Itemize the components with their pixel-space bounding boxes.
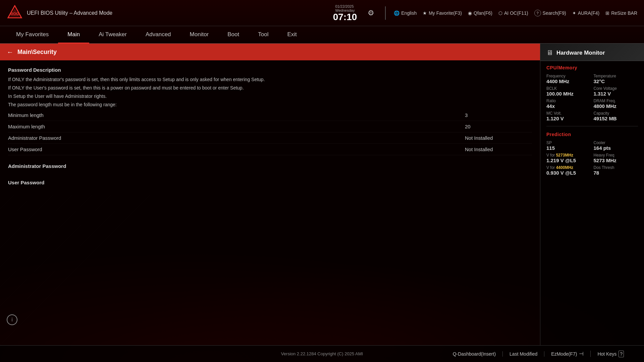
heavy-freq-value: 5273 MHz <box>594 158 638 163</box>
max-length-label: Maximum length <box>8 124 465 129</box>
min-length-value: 3 <box>465 112 532 118</box>
cooler-label: Cooler <box>594 140 638 145</box>
back-button[interactable]: ← <box>7 48 13 56</box>
aioc-icon: ⬡ <box>498 10 502 16</box>
hotkeys-label: Hot Keys <box>597 351 616 357</box>
ezmode-icon: ⊣ <box>579 351 584 357</box>
monitor-icon: 🖥 <box>546 49 553 57</box>
user-password-value: Not Installed <box>465 146 532 152</box>
toolbar-search-label: Search(F9) <box>543 10 566 16</box>
content-area: ← Main\Security Password Description If … <box>0 44 540 345</box>
core-voltage-label: Core Voltage <box>594 86 638 91</box>
desc-user-password: If ONLY the User's password is set, then… <box>8 84 532 92</box>
footer-right: Q-Dashboard(Insert) Last Modified EzMode… <box>446 351 631 357</box>
frequency-label: Frequency <box>546 74 591 78</box>
breadcrumb: Main\Security <box>17 49 57 56</box>
temperature-value: 32°C <box>594 78 638 84</box>
ezmode-label: EzMode(F7) <box>551 351 577 357</box>
app-title: UEFI BIOS Utility – Advanced Mode <box>27 10 112 16</box>
sp-item: SP 115 <box>546 140 591 151</box>
v4400-freq: 4400MHz <box>556 165 573 170</box>
top-bar-right: 01/22/2025Wednesday 07:10 ⚙ 🌐 English ★ … <box>333 4 637 22</box>
toolbar-aioc[interactable]: ⬡ AI OC(F11) <box>498 10 528 16</box>
logo: ROG UEFI BIOS Utility – Advanced Mode <box>7 5 112 21</box>
set-user-password-action[interactable]: User Password <box>8 177 532 188</box>
set-admin-password-action[interactable]: Administrator Password <box>8 161 532 172</box>
main-wrapper: ← Main\Security Password Description If … <box>0 44 644 345</box>
user-password-row: User Password Not Installed <box>8 144 532 155</box>
max-length-value: 20 <box>465 124 532 129</box>
nav-main[interactable]: Main <box>58 26 89 44</box>
admin-password-row: Administrator Password Not Installed <box>8 132 532 144</box>
hotkeys-button[interactable]: Hot Keys ? <box>591 351 631 357</box>
favorite-icon: ★ <box>423 10 427 16</box>
toolbar-aioc-label: AI OC(F11) <box>504 10 528 16</box>
nav-monitor[interactable]: Monitor <box>180 26 218 44</box>
desc-admin-rights: In Setup the User will have Administrato… <box>8 93 532 100</box>
section-title: Password Description <box>8 67 532 73</box>
search-icon: ? <box>534 10 541 16</box>
dram-freq-item: DRAM Freq. 4800 MHz <box>594 99 638 109</box>
toolbar-divider <box>385 6 386 20</box>
mc-volt-item: MC Volt. 1.120 V <box>546 111 591 121</box>
nav-advanced[interactable]: Advanced <box>136 26 180 44</box>
toolbar-aura[interactable]: ✦ AURA(F4) <box>572 10 600 16</box>
cpu-memory-grid: Frequency 4400 MHz Temperature 32°C BCLK… <box>540 72 644 125</box>
toolbar-english[interactable]: 🌐 English <box>394 10 417 16</box>
toolbar-aura-label: AURA(F4) <box>578 10 600 16</box>
prediction-title: Prediction <box>540 128 644 139</box>
last-modified-button[interactable]: Last Modified <box>503 351 544 357</box>
toolbar-search[interactable]: ? Search(F9) <box>534 10 566 16</box>
toolbar-resizebar-label: ReSize BAR <box>611 10 637 16</box>
dos-thresh-value: 78 <box>594 170 638 176</box>
qdashboard-button[interactable]: Q-Dashboard(Insert) <box>446 351 503 357</box>
header: ROG UEFI BIOS Utility – Advanced Mode 01… <box>0 0 644 44</box>
capacity-label: Capacity <box>594 111 638 116</box>
capacity-value: 49152 MB <box>594 116 638 121</box>
svg-text:ROG: ROG <box>10 12 19 16</box>
hw-divider-1 <box>546 126 638 126</box>
bclk-label: BCLK <box>546 86 591 91</box>
aura-icon: ✦ <box>572 10 576 16</box>
desc-admin-password: If ONLY the Administrator's password is … <box>8 76 532 83</box>
toolbar-resizebar[interactable]: ⊞ ReSize BAR <box>605 10 637 16</box>
sp-value: 115 <box>546 145 591 151</box>
cooler-value: 164 pts <box>594 145 638 151</box>
toolbar-qfan[interactable]: ◉ Qfan(F6) <box>468 10 492 16</box>
temperature-label: Temperature <box>594 74 638 78</box>
gear-icon: ⚙ <box>368 9 374 17</box>
v4400-value: 0.930 V @L5 <box>546 170 591 176</box>
toolbar-qfan-label: Qfan(F6) <box>474 10 492 16</box>
security-content: Password Description If ONLY the Adminis… <box>0 60 540 345</box>
capacity-item: Capacity 49152 MB <box>594 111 638 121</box>
info-button[interactable]: i <box>7 314 17 325</box>
breadcrumb-bar: ← Main\Security <box>0 44 540 60</box>
toolbar-items: 🌐 English ★ My Favorite(F3) ◉ Qfan(F6) ⬡… <box>394 10 637 16</box>
rog-logo-icon: ROG <box>7 5 23 21</box>
core-voltage-value: 1.312 V <box>594 91 638 97</box>
dos-thresh-item: Dos Thresh 78 <box>594 165 638 176</box>
frequency-item: Frequency 4400 MHz <box>546 74 591 84</box>
qdashboard-label: Q-Dashboard(Insert) <box>453 351 496 357</box>
ezmode-button[interactable]: EzMode(F7) ⊣ <box>544 351 591 357</box>
settings-button[interactable]: ⚙ <box>365 7 377 19</box>
top-bar: ROG UEFI BIOS Utility – Advanced Mode 01… <box>0 0 644 26</box>
prediction-grid: SP 115 Cooler 164 pts V for 5273MHz 1.21… <box>540 139 644 179</box>
nav-aitweaker[interactable]: Ai Tweaker <box>89 26 136 44</box>
admin-password-label: Administrator Password <box>8 135 465 141</box>
nav-boot[interactable]: Boot <box>218 26 249 44</box>
v5273-freq: 5273MHz <box>556 153 573 158</box>
sp-label: SP <box>546 140 591 145</box>
last-modified-label: Last Modified <box>509 351 537 357</box>
nav-exit[interactable]: Exit <box>278 26 306 44</box>
desc-password-range: The password length must be in the follo… <box>8 101 532 108</box>
ratio-item: Ratio 44x <box>546 99 591 109</box>
ratio-label: Ratio <box>546 99 591 103</box>
mc-volt-label: MC Volt. <box>546 111 591 116</box>
nav-myfavorites[interactable]: My Favorites <box>7 26 58 44</box>
datetime: 01/22/2025Wednesday 07:10 <box>333 4 357 22</box>
nav-tool[interactable]: Tool <box>249 26 278 44</box>
v4400-label: V for 4400MHz <box>546 165 591 170</box>
dos-thresh-label: Dos Thresh <box>594 165 638 170</box>
toolbar-myfavorite[interactable]: ★ My Favorite(F3) <box>423 10 462 16</box>
